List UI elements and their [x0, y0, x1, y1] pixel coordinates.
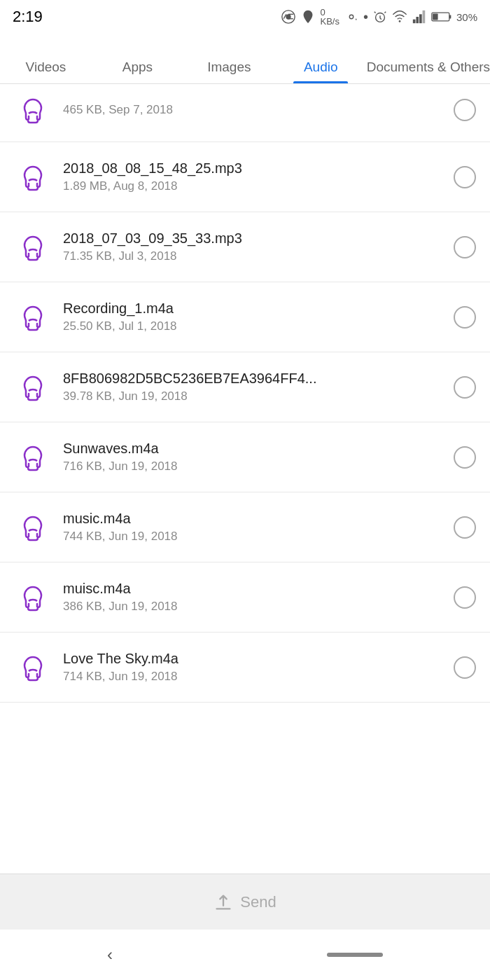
- file-meta: 39.78 KB, Jun 19, 2018: [63, 389, 442, 403]
- file-name: 2018_07_03_09_35_33.mp3: [63, 230, 442, 247]
- alarm-icon: [372, 9, 388, 25]
- battery-icon: [431, 9, 452, 25]
- list-item[interactable]: 8FB806982D5BC5236EB7EA3964FF4... 39.78 K…: [0, 352, 490, 422]
- file-info: 2018_08_08_15_48_25.mp3 1.89 MB, Aug 8, …: [52, 160, 454, 193]
- select-checkbox[interactable]: [454, 306, 476, 329]
- svg-rect-11: [433, 13, 438, 20]
- file-meta: 71.35 KB, Jul 3, 2018: [63, 249, 442, 263]
- select-checkbox[interactable]: [454, 516, 476, 539]
- file-info: 465 KB, Sep 7, 2018: [52, 103, 454, 117]
- svg-rect-5: [413, 20, 416, 23]
- file-name: Sunwaves.m4a: [63, 441, 442, 457]
- file-info: 2018_07_03_09_35_33.mp3 71.35 KB, Jul 3,…: [52, 230, 454, 263]
- dot-indicator: •: [363, 9, 368, 25]
- file-info: 8FB806982D5BC5236EB7EA3964FF4... 39.78 K…: [52, 371, 454, 403]
- select-checkbox[interactable]: [454, 446, 476, 469]
- list-item[interactable]: muisc.m4a 386 KB, Jun 19, 2018: [0, 563, 490, 633]
- settings-icon: [344, 9, 359, 25]
- file-meta: 714 KB, Jun 19, 2018: [63, 670, 442, 684]
- nav-pill: [327, 953, 383, 957]
- send-icon: [214, 892, 233, 912]
- list-item[interactable]: Sunwaves.m4a 716 KB, Jun 19, 2018: [0, 422, 490, 492]
- svg-rect-8: [423, 11, 426, 23]
- file-name: music.m4a: [63, 511, 442, 527]
- file-info: Sunwaves.m4a 716 KB, Jun 19, 2018: [52, 441, 454, 474]
- select-checkbox[interactable]: [454, 236, 476, 258]
- tab-apps[interactable]: Apps: [92, 34, 183, 83]
- select-checkbox[interactable]: [454, 166, 476, 188]
- audio-icon: [14, 368, 52, 406]
- audio-icon: [14, 298, 52, 336]
- battery-percent: 30%: [456, 11, 477, 23]
- status-time: 2:19: [13, 8, 43, 26]
- file-name: Love The Sky.m4a: [63, 651, 442, 667]
- select-checkbox[interactable]: [454, 99, 476, 121]
- tab-audio[interactable]: Audio: [275, 34, 367, 83]
- select-checkbox[interactable]: [454, 376, 476, 399]
- svg-point-4: [399, 20, 401, 22]
- audio-icon: [14, 228, 52, 266]
- send-bar: Send: [0, 874, 490, 930]
- audio-icon: [14, 91, 52, 129]
- file-meta: 744 KB, Jun 19, 2018: [63, 530, 442, 544]
- list-item[interactable]: 2018_07_03_09_35_33.mp3 71.35 KB, Jul 3,…: [0, 212, 490, 282]
- maps-icon: [300, 9, 316, 25]
- audio-icon: [14, 579, 52, 616]
- list-item[interactable]: Recording_1.m4a 25.50 KB, Jul 1, 2018: [0, 282, 490, 352]
- svg-rect-7: [419, 14, 422, 23]
- svg-point-2: [349, 15, 354, 19]
- file-info: muisc.m4a 386 KB, Jun 19, 2018: [52, 581, 454, 614]
- list-item[interactable]: 465 KB, Sep 7, 2018: [0, 84, 490, 142]
- audio-icon: [14, 439, 52, 476]
- select-checkbox[interactable]: [454, 656, 476, 679]
- file-name: 2018_08_08_15_48_25.mp3: [63, 160, 442, 177]
- svg-rect-6: [416, 17, 419, 23]
- chrome-icon: [281, 9, 296, 25]
- status-bar: 2:19 0KB/s •: [0, 0, 490, 34]
- select-checkbox[interactable]: [454, 586, 476, 609]
- data-speed: 0KB/s: [320, 8, 339, 26]
- wifi-icon: [392, 9, 407, 25]
- tab-documents[interactable]: Documents & Others: [367, 34, 490, 83]
- file-meta: 25.50 KB, Jul 1, 2018: [63, 319, 442, 333]
- send-button[interactable]: Send: [214, 892, 276, 912]
- audio-icon: [14, 158, 52, 196]
- file-meta-partial: 465 KB, Sep 7, 2018: [63, 103, 442, 117]
- file-info: Love The Sky.m4a 714 KB, Jun 19, 2018: [52, 651, 454, 684]
- list-item[interactable]: 2018_08_08_15_48_25.mp3 1.89 MB, Aug 8, …: [0, 142, 490, 212]
- audio-icon: [14, 509, 52, 546]
- file-name: 8FB806982D5BC5236EB7EA3964FF4...: [63, 371, 442, 387]
- file-meta: 1.89 MB, Aug 8, 2018: [63, 179, 442, 193]
- tab-images[interactable]: Images: [183, 34, 275, 83]
- file-name: muisc.m4a: [63, 581, 442, 597]
- file-meta: 386 KB, Jun 19, 2018: [63, 600, 442, 614]
- tab-bar: Videos Apps Images Audio Documents & Oth…: [0, 34, 490, 84]
- file-list: 465 KB, Sep 7, 2018 2018_08_08_15_48_25.…: [0, 84, 490, 874]
- file-name: Recording_1.m4a: [63, 301, 442, 317]
- nav-bar: ‹: [0, 930, 490, 980]
- signal-icon: [412, 9, 427, 25]
- list-item[interactable]: music.m4a 744 KB, Jun 19, 2018: [0, 492, 490, 563]
- svg-rect-10: [449, 15, 451, 19]
- file-info: Recording_1.m4a 25.50 KB, Jul 1, 2018: [52, 301, 454, 333]
- list-item[interactable]: Love The Sky.m4a 714 KB, Jun 19, 2018: [0, 633, 490, 703]
- audio-icon: [14, 649, 52, 686]
- file-meta: 716 KB, Jun 19, 2018: [63, 460, 442, 474]
- status-icons: 0KB/s •: [281, 8, 477, 26]
- file-info: music.m4a 744 KB, Jun 19, 2018: [52, 511, 454, 544]
- tab-videos[interactable]: Videos: [0, 34, 92, 83]
- send-label: Send: [240, 893, 276, 911]
- back-button[interactable]: ‹: [107, 945, 113, 965]
